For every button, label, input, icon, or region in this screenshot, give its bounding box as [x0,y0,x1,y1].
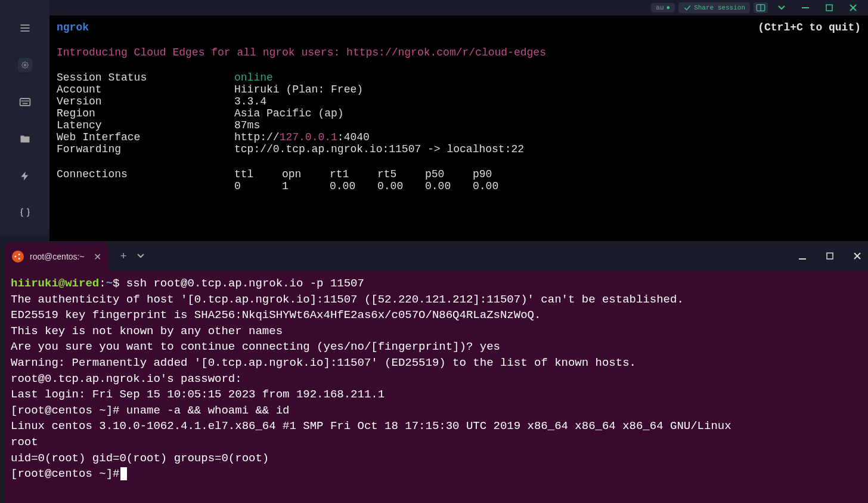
app-sidebar [0,0,49,236]
au-capsule[interactable]: au ● [651,3,675,13]
dropdown-icon[interactable] [771,1,792,15]
out-3: This key is not known by any other names [11,323,862,340]
tab-title: root@centos:~ [30,252,85,261]
out-8: [root@centos ~]# uname -a && whoami && i… [11,403,862,419]
terminal-tab-bar: root@centos:~ ✕ + [5,242,868,271]
h-ttl: ttl [234,168,282,180]
h-rt5: rt5 [377,168,425,180]
settings-icon[interactable] [18,58,32,72]
out-9: Linux centos 3.10.0-1062.4.1.el7.x86_64 … [11,418,862,434]
terminal-window-controls [796,251,863,263]
minimize-icon[interactable] [795,1,816,15]
svg-point-5 [21,101,22,101]
close-icon[interactable] [843,1,863,15]
menu-icon[interactable] [18,21,32,35]
out-7: Last login: Fri Sep 15 10:05:15 2023 fro… [11,387,862,403]
keyboard-icon[interactable] [18,95,32,109]
latency-value: 87ms [234,119,260,131]
ngrok-intro: Introducing Cloud Edges for all ngrok us… [57,47,861,58]
ngrok-title: ngrok [57,21,861,33]
forwarding-value: tcp://0.tcp.ap.ngrok.io:11507 -> localho… [234,143,524,155]
v-opn: 1 [282,180,330,192]
out-11: uid=0(root) gid=0(root) groups=0(root) [11,450,862,467]
term-maximize-icon[interactable] [824,251,836,263]
connections-label: Connections [57,168,234,180]
share-label: Share session [694,4,745,11]
braces-icon[interactable] [18,206,32,220]
web-value: http://127.0.0.1:4040 [234,131,370,143]
prompt-line-2: [root@centos ~]# [11,466,862,482]
account-label: Account [57,84,234,95]
cursor [120,467,127,480]
svg-point-19 [18,258,20,260]
terminal-content[interactable]: hiiruki@wired:~$ ssh root@0.tcp.ap.ngrok… [5,271,868,503]
panels-icon[interactable] [754,2,768,13]
ngrok-terminal[interactable]: ngrok (Ctrl+C to quit) Introducing Cloud… [49,16,868,241]
window-top-bar: au ● Share session [49,0,868,16]
ngrok-quit-hint: (Ctrl+C to quit) [758,21,861,33]
second-terminal-window: root@centos:~ ✕ + hiiruki@wired:~$ ssh [5,242,868,503]
out-5: Warning: Permanently added '[0.tcp.ap.ng… [11,355,862,371]
svg-point-18 [18,254,20,255]
version-value: 3.3.4 [234,95,266,107]
v-ttl: 0 [234,180,282,192]
svg-rect-13 [826,5,832,11]
forwarding-label: Forwarding [57,143,234,155]
h-p50: p50 [425,168,473,180]
session-status-label: Session Status [57,72,234,84]
session-status-value: online [234,72,273,84]
v-rt5: 0.00 [377,180,425,192]
out-6: root@0.tcp.ap.ngrok.io's password: [11,371,862,387]
main-area: au ● Share session ngrok (Ctrl+C to quit… [49,0,868,503]
h-opn: opn [282,168,330,180]
v-rt1: 0.00 [330,180,377,192]
prompt-line-1: hiiruki@wired:~$ ssh root@0.tcp.ap.ngrok… [11,276,862,292]
out-10: root [11,434,862,450]
share-session-button[interactable]: Share session [678,2,750,13]
tab-dropdown-icon[interactable] [137,252,144,261]
term-minimize-icon[interactable] [796,251,808,263]
svg-rect-21 [827,253,833,259]
ubuntu-icon [12,251,24,263]
out-1: The authenticity of host '[0.tcp.ap.ngro… [11,292,862,308]
h-rt1: rt1 [330,168,377,180]
terminal-tab[interactable]: root@centos:~ ✕ [5,242,108,271]
svg-rect-4 [20,98,30,106]
tab-close-icon[interactable]: ✕ [94,251,101,263]
region-label: Region [57,107,234,119]
svg-point-7 [26,101,26,101]
out-2: ED25519 key fingerprint is SHA256:NkqiSH… [11,307,862,323]
latency-label: Latency [57,119,234,131]
out-4: Are you sure you want to continue connec… [11,339,862,355]
v-p50: 0.00 [425,180,473,192]
h-p90: p90 [473,168,520,180]
account-value: Hiiruki (Plan: Free) [234,84,363,95]
svg-point-17 [14,256,16,258]
add-tab-icon[interactable]: + [120,251,127,263]
bolt-icon[interactable] [18,169,32,183]
maximize-icon[interactable] [819,1,839,15]
svg-point-6 [23,101,24,101]
au-label: au [656,4,664,11]
svg-point-8 [27,101,28,101]
version-label: Version [57,95,234,107]
region-value: Asia Pacific (ap) [234,107,344,119]
v-p90: 0.00 [473,180,520,192]
term-close-icon[interactable] [851,251,863,263]
web-label: Web Interface [57,131,234,143]
folder-icon[interactable] [18,132,32,146]
